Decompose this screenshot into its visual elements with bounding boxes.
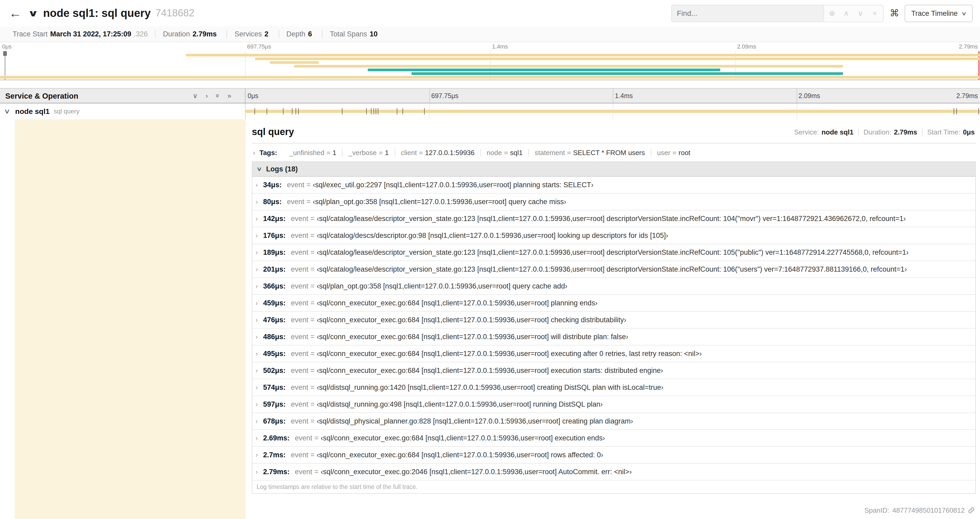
minimap-canvas[interactable]: [0, 51, 980, 80]
log-field-key: event: [291, 417, 308, 425]
log-row[interactable]: › 2.69ms: event = ‹sql/conn_executor_exe…: [252, 430, 975, 447]
chevron-right-icon: ›: [256, 181, 258, 189]
span-collapse-chevron-icon[interactable]: ∨: [4, 108, 10, 115]
minimap-span-bar: [368, 69, 720, 71]
collapse-all-icon[interactable]: »: [214, 94, 221, 97]
summary-label: Duration: [163, 30, 190, 38]
keyboard-shortcuts-icon[interactable]: ⌘: [889, 7, 899, 19]
chevron-down-icon: ∨: [961, 10, 967, 16]
log-field-key: event: [291, 316, 308, 324]
summary-label: Total Spans: [330, 30, 367, 38]
logs-footer-note: Log timestamps are relative to the start…: [252, 481, 975, 493]
span-id-value: 4877749850101760812: [892, 506, 965, 514]
grid-header: Service & Operation ∨ › » » 0μs 697.75μs…: [0, 88, 980, 103]
span-name-cell[interactable]: ∨ node sql1 sql query: [0, 103, 245, 119]
meta-label: Start Time:: [927, 128, 960, 136]
find-input[interactable]: [671, 5, 824, 22]
chevron-right-icon: ›: [256, 215, 258, 223]
tag-value: 127.0.0.1:59936: [425, 149, 474, 156]
log-marker-tick: [397, 108, 397, 115]
log-row[interactable]: › 176μs: event = ‹sql/catalog/descs/desc…: [252, 227, 975, 244]
log-row[interactable]: › 80μs: event = ‹sql/plan_opt.go:358 [ns…: [252, 193, 975, 211]
tags-row[interactable]: › Tags: _unfinished=1 _verbose=1 client=…: [252, 144, 976, 161]
find-controls: ⊕ ∧ ∨ ×: [824, 5, 883, 22]
link-icon[interactable]: [968, 507, 975, 514]
log-row[interactable]: › 201μs: event = ‹sql/catalog/lease/desc…: [252, 261, 975, 278]
minimap-span-bar: [269, 61, 318, 64]
summary-item: Total Spans10: [322, 30, 388, 38]
equals-separator: =: [310, 316, 315, 324]
log-row[interactable]: › 34μs: event = ‹sql/exec_util.go:2297 […: [252, 177, 975, 193]
log-marker-tick: [956, 108, 957, 115]
ruler-tick: 2.09ms: [737, 43, 756, 50]
equals-separator: =: [314, 468, 318, 476]
clear-search-icon[interactable]: ×: [867, 9, 882, 18]
log-field-key: event: [291, 400, 308, 408]
log-field-key: event: [291, 299, 308, 307]
meta-value: 0μs: [963, 128, 975, 136]
chevron-right-icon: ›: [256, 265, 258, 273]
meta-label: Service:: [794, 128, 819, 136]
collapse-one-icon[interactable]: ∨: [192, 92, 197, 100]
timeline-ruler: 0μs 697.75μs 1.4ms 2.09ms 2.79ms: [245, 89, 980, 103]
log-row[interactable]: › 459μs: event = ‹sql/conn_executor_exec…: [252, 295, 975, 312]
equals-separator: =: [326, 149, 330, 156]
tag-item: client=127.0.0.1:59936: [395, 149, 480, 156]
log-row[interactable]: › 2.7ms: event = ‹sql/conn_executor_exec…: [252, 447, 975, 464]
summary-value: 6: [308, 30, 312, 38]
tag-value: 1: [332, 149, 336, 156]
log-row[interactable]: › 366μs: event = ‹sql/plan_opt.go:358 [n…: [252, 278, 975, 295]
log-field-value: ‹sql/conn_executor_exec.go:684 [nsql1,cl…: [317, 316, 626, 324]
chevron-right-icon: ›: [256, 383, 258, 391]
service-operation-title: Service & Operation: [5, 91, 192, 100]
log-row[interactable]: › 597μs: event = ‹sql/distsql_running.go…: [252, 396, 975, 413]
span-timeline-cell: [245, 103, 980, 119]
back-button[interactable]: ←: [5, 6, 25, 21]
log-row[interactable]: › 495μs: event = ‹sql/conn_executor_exec…: [252, 345, 975, 363]
find-bar: ⊕ ∧ ∨ ×: [671, 5, 883, 22]
log-field-key: event: [291, 451, 308, 459]
log-marker-tick: [978, 108, 979, 115]
log-timestamp: 486μs:: [263, 333, 286, 341]
logs-title: Logs (18): [266, 165, 298, 173]
focus-icon[interactable]: ⊕: [825, 9, 839, 18]
log-marker-tick: [424, 108, 425, 115]
chevron-right-icon: ›: [256, 299, 258, 307]
log-row[interactable]: › 476μs: event = ‹sql/conn_executor_exec…: [252, 312, 975, 329]
expand-one-icon[interactable]: ›: [205, 92, 208, 100]
chevron-right-icon: ›: [256, 367, 258, 374]
collapse-controls: ∨ › » »: [192, 92, 231, 100]
log-field-value: ‹sql/exec_util.go:2297 [nsql1,client=127…: [313, 181, 593, 189]
span-duration-bar[interactable]: [245, 110, 980, 113]
log-timestamp: 574μs:: [263, 383, 286, 391]
log-row[interactable]: › 486μs: event = ‹sql/conn_executor_exec…: [252, 329, 975, 345]
tag-item: statement=SELECT * FROM users: [528, 149, 651, 156]
meta-item: Start Time:0μs: [922, 128, 976, 136]
logs-header[interactable]: ∨ Logs (18): [252, 162, 975, 177]
log-row[interactable]: › 189μs: event = ‹sql/catalog/lease/desc…: [252, 244, 975, 261]
minimap-ruler: 0μs 697.75μs 1.4ms 2.09ms 2.79ms: [0, 42, 980, 51]
log-row[interactable]: › 2.79ms: event = ‹sql/conn_executor_exe…: [252, 464, 975, 481]
minimap-span-bar: [412, 72, 843, 75]
log-marker-tick: [371, 108, 372, 115]
chevron-right-icon: ›: [256, 248, 258, 256]
tag-key: node: [487, 149, 502, 156]
log-timestamp: 2.69ms:: [263, 434, 290, 442]
view-selector-button[interactable]: Trace Timeline ∨: [904, 5, 973, 22]
log-marker-tick: [299, 108, 299, 115]
summary-label: Trace Start: [13, 30, 48, 38]
expand-all-icon[interactable]: »: [228, 92, 231, 100]
log-row[interactable]: › 142μs: event = ‹sql/catalog/lease/desc…: [252, 211, 975, 227]
log-row[interactable]: › 678μs: event = ‹sql/distsql_physical_p…: [252, 413, 975, 430]
log-row[interactable]: › 574μs: event = ‹sql/distsql_running.go…: [252, 379, 975, 396]
log-field-value: ‹sql/plan_opt.go:358 [nsql1,client=127.0…: [313, 198, 566, 206]
viewport-left-scrubber[interactable]: [5, 51, 5, 80]
tags-label: Tags:: [259, 149, 277, 156]
log-field-value: ‹sql/catalog/lease/descriptor_version_st…: [317, 215, 906, 223]
log-row[interactable]: › 502μs: event = ‹sql/conn_executor_exec…: [252, 363, 975, 379]
next-result-icon[interactable]: ∨: [853, 9, 867, 18]
log-field-value: ‹sql/distsql_physical_planner.go:828 [ns…: [317, 417, 633, 425]
trace-collapse-chevron-icon[interactable]: ∨: [28, 8, 38, 19]
summary-label: Services: [235, 30, 262, 38]
prev-result-icon[interactable]: ∧: [839, 9, 853, 18]
